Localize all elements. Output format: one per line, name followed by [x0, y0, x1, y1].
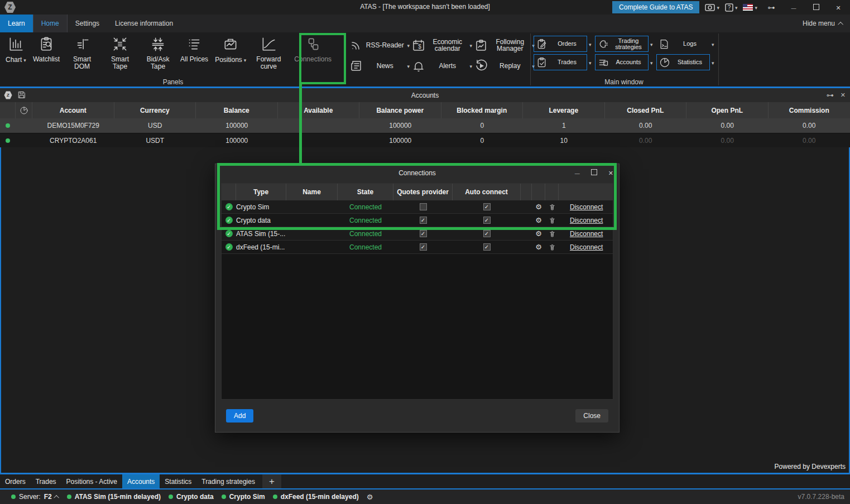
- tab-settings[interactable]: Settings: [68, 15, 107, 32]
- disconnect-link[interactable]: Disconnect: [559, 200, 613, 213]
- pin-window-button[interactable]: [763, 3, 780, 12]
- ribbon-alerts-button[interactable]: Alerts: [411, 55, 473, 76]
- tab-home[interactable]: Home: [33, 15, 68, 32]
- chevron-down-icon[interactable]: [717, 3, 719, 11]
- quotes-provider-checkbox[interactable]: [420, 243, 427, 251]
- quotes-provider-checkbox[interactable]: [420, 230, 427, 237]
- account-row[interactable]: CRYPTO2A061 USDT 100000 100000 0 10 0.00…: [0, 133, 850, 147]
- chevron-down-icon[interactable]: [407, 62, 410, 70]
- col-blocked-margin[interactable]: Blocked margin: [441, 102, 524, 118]
- delete-trash-icon[interactable]: [549, 217, 556, 224]
- auto-connect-checkbox[interactable]: [483, 203, 491, 210]
- close-dialog-button[interactable]: Close: [575, 409, 608, 423]
- ribbon-bidask-tape-button[interactable]: Bid/Ask Tape: [139, 33, 177, 70]
- language-button[interactable]: [743, 3, 757, 11]
- feed-status[interactable]: Crypto data: [169, 493, 214, 501]
- delete-trash-icon[interactable]: [549, 203, 556, 211]
- col-type[interactable]: Type: [236, 184, 286, 200]
- chevron-down-icon[interactable]: [712, 59, 714, 66]
- bottom-tab-statistics[interactable]: Statistics: [160, 474, 196, 488]
- bottom-tab-trading-strategies[interactable]: Trading strategies: [196, 474, 260, 488]
- ribbon-news-button[interactable]: News: [348, 55, 411, 76]
- pie-column-icon[interactable]: [16, 102, 32, 118]
- tab-license-information[interactable]: License information: [107, 15, 181, 32]
- col-quotes-provider[interactable]: Quotes provider: [393, 184, 453, 200]
- ribbon-economic-calendar-button[interactable]: $ Economic calendar: [411, 35, 473, 55]
- col-open-pnl[interactable]: Open PnL: [686, 102, 769, 118]
- ribbon-trades-button[interactable]: Trades: [534, 53, 595, 71]
- ribbon-trading-strategies-button[interactable]: Trading strategies: [595, 35, 656, 53]
- dialog-maximize-button[interactable]: [591, 169, 597, 177]
- close-panel-button[interactable]: [841, 91, 846, 99]
- save-icon[interactable]: [17, 90, 26, 99]
- chevron-down-icon[interactable]: [23, 56, 26, 64]
- close-button[interactable]: [830, 3, 847, 12]
- dialog-minimize-button[interactable]: [575, 169, 580, 177]
- delete-trash-icon[interactable]: [549, 243, 556, 251]
- ribbon-orders-button[interactable]: Orders: [534, 35, 595, 53]
- disconnect-link[interactable]: Disconnect: [559, 214, 613, 227]
- screenshot-button[interactable]: [705, 3, 719, 11]
- ribbon-replay-button[interactable]: Replay: [473, 55, 536, 76]
- col-commission[interactable]: Commission: [769, 102, 850, 118]
- col-balance-power[interactable]: Balance power: [359, 102, 441, 118]
- col-leverage[interactable]: Leverage: [523, 102, 605, 118]
- ribbon-following-manager-button[interactable]: Following Manager: [473, 35, 536, 55]
- chevron-down-icon[interactable]: [589, 40, 592, 48]
- col-closed-pnl[interactable]: Closed PnL: [605, 102, 687, 118]
- ribbon-positions-button[interactable]: Positions: [212, 33, 249, 64]
- chevron-down-icon[interactable]: [735, 3, 738, 11]
- connection-row[interactable]: ATAS Sim (15-... Connected Disconnect: [222, 227, 613, 241]
- quotes-provider-checkbox[interactable]: [420, 203, 427, 210]
- guide-button[interactable]: Complete Guide to ATAS: [612, 1, 699, 13]
- settings-gear-icon[interactable]: [535, 243, 542, 251]
- col-currency[interactable]: Currency: [114, 102, 196, 118]
- chevron-down-icon[interactable]: [244, 56, 247, 64]
- col-name[interactable]: Name: [286, 184, 338, 200]
- chevron-down-icon[interactable]: [712, 40, 714, 48]
- chevron-down-icon[interactable]: [469, 62, 472, 70]
- settings-gear-icon[interactable]: [535, 203, 542, 211]
- dialog-title-bar[interactable]: Connections: [215, 164, 619, 182]
- bottom-tab-trades[interactable]: Trades: [31, 474, 61, 488]
- bottom-tab-orders[interactable]: Orders: [0, 474, 31, 488]
- ribbon-statistics-button[interactable]: Statistics: [656, 53, 718, 71]
- quotes-provider-checkbox[interactable]: [420, 217, 427, 224]
- disconnect-link[interactable]: Disconnect: [559, 241, 613, 253]
- ribbon-connections-button[interactable]: Connections: [287, 33, 335, 63]
- ribbon-rss-reader-button[interactable]: RSS-Reader: [348, 35, 411, 55]
- chevron-down-icon[interactable]: [407, 41, 410, 49]
- auto-connect-checkbox[interactable]: [483, 217, 491, 224]
- connection-row[interactable]: Crypto Sim Connected Disconnect: [222, 200, 613, 214]
- connection-row[interactable]: Crypto data Connected Disconnect: [222, 214, 613, 227]
- ribbon-logs-button[interactable]: Logs: [656, 35, 718, 53]
- col-auto-connect[interactable]: Auto connect: [453, 184, 521, 200]
- auto-connect-checkbox[interactable]: [483, 243, 491, 251]
- tab-learn[interactable]: Learn: [0, 15, 33, 32]
- chevron-down-icon[interactable]: [589, 59, 592, 66]
- feed-status[interactable]: ATAS Sim (15-min delayed): [67, 493, 161, 501]
- chevron-down-icon[interactable]: [650, 40, 653, 48]
- server-status[interactable]: Server: F2: [11, 493, 59, 501]
- ribbon-all-prices-button[interactable]: All Prices: [177, 33, 212, 63]
- feed-status[interactable]: Crypto Sim: [222, 493, 265, 501]
- ribbon-accounts-button[interactable]: Accounts: [595, 53, 656, 71]
- ribbon-forward-curve-button[interactable]: Forward curve: [249, 33, 287, 70]
- chevron-down-icon[interactable]: [650, 59, 653, 66]
- ribbon-chart-button[interactable]: Chart: [2, 33, 30, 64]
- delete-trash-icon[interactable]: [549, 230, 556, 238]
- connection-row[interactable]: dxFeed (15-mi... Connected Disconnect: [222, 241, 613, 254]
- col-balance[interactable]: Balance: [196, 102, 278, 118]
- add-tab-button[interactable]: [262, 474, 281, 488]
- maximize-button[interactable]: [808, 3, 824, 12]
- auto-connect-checkbox[interactable]: [483, 230, 491, 237]
- ribbon-watchlist-button[interactable]: Watchlist: [30, 33, 63, 63]
- add-connection-button[interactable]: Add: [226, 409, 253, 423]
- col-available[interactable]: Available: [278, 102, 360, 118]
- bottom-tab-accounts[interactable]: Accounts: [122, 474, 160, 488]
- pin-panel-button[interactable]: [827, 91, 834, 99]
- disconnect-link[interactable]: Disconnect: [559, 227, 613, 240]
- feed-status[interactable]: dxFeed (15-min delayed): [273, 493, 359, 501]
- minimize-button[interactable]: [785, 3, 802, 12]
- settings-gear-icon[interactable]: [535, 216, 542, 224]
